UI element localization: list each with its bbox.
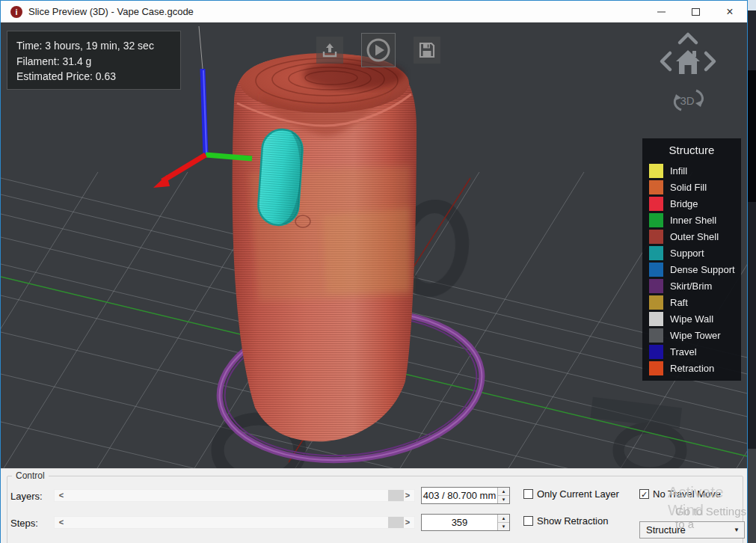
slice-preview-window: i Slice Preview (3D) - Vape Case.gcode × — [0, 0, 748, 543]
play-animation-button[interactable] — [361, 33, 396, 67]
view-mode-dropdown[interactable]: Structure ▼ — [639, 521, 745, 539]
legend-item-label: Bridge — [670, 198, 698, 209]
legend-swatch — [649, 180, 663, 194]
camera-nav-cluster: 3D — [651, 26, 726, 116]
legend-item: Wipe Wall — [642, 310, 741, 327]
legend-item: Wipe Tower — [642, 327, 741, 343]
export-button[interactable] — [316, 37, 343, 64]
steps-spinbox[interactable]: 359 ▲ ▼ — [421, 514, 510, 531]
control-groupbox: Control Layers: < > 403 / 80.700 mm ▲ ▼ — [7, 476, 743, 543]
steps-slider-thumb[interactable] — [388, 517, 404, 528]
view-mode-value: Structure — [640, 524, 729, 536]
legend-item-label: Inner Shell — [670, 215, 716, 226]
legend-item-label: Outer Shell — [670, 231, 719, 242]
layers-spin-down[interactable]: ▼ — [498, 496, 509, 503]
print-price: Estimated Price: 0.63 — [16, 69, 180, 85]
minimize-icon — [657, 11, 666, 13]
layers-slider-thumb[interactable] — [388, 490, 404, 501]
support-region — [257, 128, 304, 226]
legend-item-label: Skirt/Brim — [670, 280, 712, 292]
legend-swatch — [649, 246, 663, 260]
no-travel-move-checkbox[interactable]: ✓ No Travel Move — [639, 488, 721, 500]
minimize-button[interactable] — [644, 1, 678, 22]
legend-item: Dense Support — [642, 261, 741, 277]
legend-item-label: Travel — [670, 346, 697, 358]
legend-swatch — [649, 197, 663, 211]
legend-swatch — [649, 295, 663, 310]
steps-spin-down[interactable]: ▼ — [498, 523, 509, 530]
show-retraction-checkbox[interactable]: Show Retraction — [523, 515, 608, 527]
layers-slider[interactable]: < > — [54, 489, 415, 502]
steps-label: Steps: — [10, 518, 38, 529]
layers-slider-left-arrow[interactable]: < — [56, 490, 67, 501]
legend-item-label: Support — [670, 248, 704, 259]
legend-swatch — [649, 213, 663, 227]
steps-slider-left-arrow[interactable]: < — [56, 517, 67, 528]
legend-swatch — [649, 328, 663, 343]
legend-item: Solid Fill — [642, 179, 741, 195]
legend-swatch — [649, 230, 663, 244]
no-travel-move-label: No Travel Move — [653, 488, 721, 500]
control-panel: Control Layers: < > 403 / 80.700 mm ▲ ▼ — [1, 468, 747, 543]
steps-slider-right-arrow[interactable]: > — [402, 517, 413, 528]
axis-y — [206, 155, 252, 159]
close-button[interactable]: × — [713, 1, 747, 22]
layers-slider-right-arrow[interactable]: > — [402, 490, 413, 501]
print-time: Time: 3 hours, 19 min, 32 sec — [16, 38, 180, 54]
window-title: Slice Preview (3D) - Vape Case.gcode — [28, 6, 194, 17]
layers-spinbox[interactable]: 403 / 80.700 mm ▲ ▼ — [421, 487, 510, 504]
show-retraction-label: Show Retraction — [537, 515, 608, 527]
legend-title: Structure — [642, 138, 741, 156]
legend-item-label: Raft — [670, 297, 688, 308]
legend-swatch — [649, 279, 663, 293]
legend-item: Support — [642, 245, 741, 261]
steps-spin-up[interactable]: ▲ — [498, 515, 509, 523]
home-button[interactable] — [676, 50, 700, 74]
legend-item-label: Wipe Wall — [670, 313, 713, 325]
legend-swatch — [649, 164, 663, 178]
steps-value[interactable]: 359 — [422, 515, 497, 530]
legend-item-label: Wipe Tower — [670, 330, 721, 341]
maximize-button[interactable] — [678, 1, 713, 22]
only-current-layer-label: Only Current Layer — [537, 488, 619, 500]
legend-item: Inner Shell — [642, 212, 741, 228]
layers-label: Layers: — [10, 491, 43, 502]
legend-item: Infill — [642, 162, 741, 179]
legend-item: Skirt/Brim — [642, 277, 741, 294]
legend-item-label: Infill — [670, 165, 687, 177]
layers-value[interactable]: 403 / 80.700 mm — [422, 488, 497, 503]
app-icon: i — [10, 6, 22, 18]
legend-swatch — [649, 361, 663, 375]
control-group-label: Control — [12, 470, 49, 481]
rotate-3d-label: 3D — [680, 94, 694, 107]
rotate-3d-button[interactable]: 3D — [674, 90, 703, 110]
legend-item: Raft — [642, 294, 741, 310]
screen: i Slice Preview (3D) - Vape Case.gcode × — [0, 0, 756, 543]
pan-left-button[interactable] — [662, 53, 670, 70]
legend-item-label: Solid Fill — [670, 182, 707, 193]
legend-swatch — [649, 345, 663, 359]
desktop-background-strip — [748, 0, 756, 543]
only-current-layer-box[interactable] — [523, 489, 533, 499]
only-current-layer-checkbox[interactable]: Only Current Layer — [523, 488, 619, 500]
print-filament: Filament: 31.4 g — [16, 54, 180, 70]
upload-icon — [322, 42, 338, 58]
maximize-icon — [692, 8, 700, 16]
layers-spin-up[interactable]: ▲ — [498, 488, 509, 496]
close-icon: × — [726, 6, 733, 18]
legend-item: Travel — [642, 343, 741, 360]
legend-item-label: Retraction — [670, 363, 714, 374]
title-bar: i Slice Preview (3D) - Vape Case.gcode × — [1, 1, 747, 22]
save-button[interactable] — [414, 37, 440, 64]
save-icon — [418, 41, 436, 59]
legend-item: Retraction — [642, 360, 741, 376]
steps-slider[interactable]: < > — [54, 516, 415, 529]
pan-up-button[interactable] — [680, 34, 696, 43]
no-travel-move-box[interactable]: ✓ — [639, 489, 649, 499]
print-stats-panel: Time: 3 hours, 19 min, 32 sec Filament: … — [7, 31, 181, 90]
structure-legend: Structure Infill Solid Fill Bridge Inner… — [642, 138, 741, 381]
show-retraction-box[interactable] — [523, 516, 533, 526]
legend-item: Bridge — [642, 195, 741, 212]
legend-item: Outer Shell — [642, 228, 741, 245]
pan-right-button[interactable] — [706, 53, 714, 70]
